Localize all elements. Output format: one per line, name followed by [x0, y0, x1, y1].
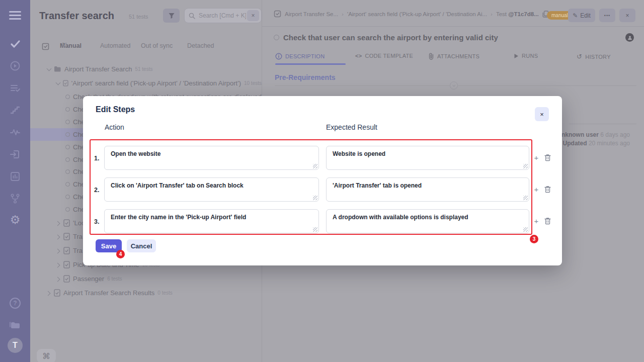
reports-chart-icon[interactable] [0, 169, 30, 184]
search-clear-button[interactable]: × [247, 10, 259, 21]
workspace-logo[interactable]: T [0, 338, 30, 353]
test-status-icon [65, 207, 70, 212]
tab-history[interactable]: ↺ HISTORY [577, 53, 611, 60]
breadcrumb-item[interactable]: Airport Transfer Se... [285, 11, 338, 17]
breadcrumb-item: Test @T1c7d8... [496, 11, 539, 17]
filter-button[interactable] [163, 9, 180, 23]
step-expected-input[interactable]: 'Airport Transfer' tab is opened [327, 178, 529, 201]
help-icon[interactable]: ? [0, 296, 30, 311]
step-number: 2. [94, 187, 103, 194]
add-step-button[interactable]: + [532, 217, 540, 225]
tab-description[interactable]: DESCRIPTION [275, 53, 325, 60]
tab-out-of-sync[interactable]: Out of sync [141, 42, 173, 49]
modal-title: Edit Steps [96, 105, 135, 114]
delete-step-button[interactable] [543, 217, 551, 225]
tree-root-suite-results[interactable]: Airport Transfer Search Results0 tests [30, 287, 262, 299]
test-plans-icon[interactable] [0, 80, 30, 96]
history-icon: ↺ [577, 53, 582, 60]
runs-play-icon[interactable] [0, 58, 30, 73]
modal-close-button[interactable]: × [535, 107, 549, 121]
checkbox-icon [274, 10, 281, 18]
step-expected-field: A dropdown with available options is dis… [326, 209, 529, 233]
import-icon[interactable] [0, 147, 30, 162]
test-status-icon [65, 145, 70, 149]
delete-step-button[interactable] [543, 154, 551, 161]
add-step-button[interactable]: + [532, 153, 540, 162]
delete-step-button[interactable] [543, 186, 551, 193]
test-title-row: Check that user can search the airport b… [274, 33, 498, 42]
search-input[interactable] [198, 12, 247, 20]
doc-check-icon [63, 219, 70, 227]
test-status-icon [65, 195, 70, 199]
test-status-icon [65, 182, 70, 187]
chevron-right-icon[interactable] [56, 235, 60, 239]
breadcrumb: Airport Transfer Se... › 'Airport' searc… [274, 10, 549, 18]
chevron-right-icon[interactable] [56, 249, 60, 253]
step-action-input[interactable]: Open the website [105, 146, 318, 169]
test-title: Check that user can search the airport b… [283, 33, 498, 42]
trash-icon [544, 154, 551, 161]
chevron-right-icon[interactable] [56, 221, 60, 225]
sidebar: ⚙ ? T [0, 0, 30, 362]
step-expected-input[interactable]: A dropdown with available options is dis… [327, 210, 529, 233]
tab-detached[interactable]: Detached [187, 42, 214, 49]
step-number: 1. [94, 155, 103, 162]
app-window: ⚙ ? T Transfer search 51 tests × Manual5… [0, 0, 644, 362]
step-action-input[interactable]: Click on 'Airport Transfer' tab on Searc… [105, 178, 318, 201]
settings-gear-icon[interactable]: ⚙ [0, 212, 30, 227]
step-action-field: Click on 'Airport Transfer' tab on Searc… [104, 177, 319, 202]
chevron-right-icon[interactable] [47, 291, 51, 295]
annotation-badge-4: 4 [116, 250, 125, 258]
tests-check-icon[interactable] [0, 36, 30, 51]
add-step-button[interactable]: + [532, 185, 540, 194]
doc-check-icon [63, 233, 70, 240]
chevron-down-icon[interactable] [47, 67, 51, 71]
breadcrumb-item[interactable]: 'Airport' search field ('Pick-up Airport… [347, 11, 487, 17]
tree-group-airport-field[interactable]: 'Airport' search field ('Pick-up Airport… [30, 77, 262, 89]
tab-automated[interactable]: Automated [100, 42, 130, 49]
chevron-right-icon[interactable] [56, 277, 60, 281]
info-icon [275, 53, 282, 60]
chevron-right-icon[interactable] [56, 263, 60, 267]
step-action-field: Open the website [104, 146, 319, 170]
trash-icon [544, 217, 551, 225]
milestones-steps-icon[interactable] [0, 103, 30, 118]
tab-attachments[interactable]: ATTACHMENTS [428, 53, 479, 60]
code-icon: <> [355, 53, 362, 59]
tab-runs[interactable]: RUNS [514, 53, 538, 59]
select-all-icon[interactable] [42, 43, 49, 50]
test-status-icon [274, 35, 279, 40]
menu-icon[interactable] [9, 11, 21, 22]
step-expected-field: 'Airport Transfer' tab is opened [326, 177, 529, 202]
test-status-icon [65, 169, 70, 174]
step-expected-input[interactable]: Website is opened [327, 146, 529, 169]
doc-check-icon [63, 79, 68, 87]
test-status-icon [65, 132, 70, 137]
pencil-icon: ✎ [573, 12, 578, 19]
collapse-toggle[interactable] [450, 81, 458, 89]
edit-button[interactable]: ✎ Edit [568, 9, 595, 22]
avatar[interactable] [625, 33, 634, 42]
activity-pulse-icon[interactable] [0, 125, 30, 140]
annotation-badge-3: 3 [530, 235, 538, 243]
tree-root-suite[interactable]: Airport Transfer Search 51 tests [30, 63, 262, 75]
more-button[interactable]: ••• [599, 9, 615, 22]
tree-group[interactable]: Passenger6 tests [30, 273, 262, 285]
close-panel-button[interactable]: × [619, 9, 635, 22]
projects-folder-icon[interactable] [0, 317, 30, 332]
chevron-down-icon[interactable] [56, 81, 60, 85]
section-title: Pre-Requirements [275, 73, 336, 81]
test-status-icon [65, 107, 70, 112]
active-tab-underline [275, 63, 346, 65]
folder-icon [54, 66, 61, 72]
doc-check-icon [54, 289, 60, 297]
step-action-input[interactable]: Enter the city name in the 'Pick-up Airp… [105, 210, 318, 233]
command-shortcut-button[interactable]: ⌘ [37, 349, 56, 362]
tests-count: 51 tests [129, 14, 148, 20]
tab-code-template[interactable]: <> CODE TEMPLATE [355, 53, 413, 59]
test-status-icon [65, 120, 70, 124]
cancel-button[interactable]: Cancel [127, 239, 156, 252]
integrations-fork-icon[interactable] [0, 191, 30, 206]
trash-icon [544, 186, 551, 193]
step-expected-field: Website is opened [326, 146, 529, 170]
